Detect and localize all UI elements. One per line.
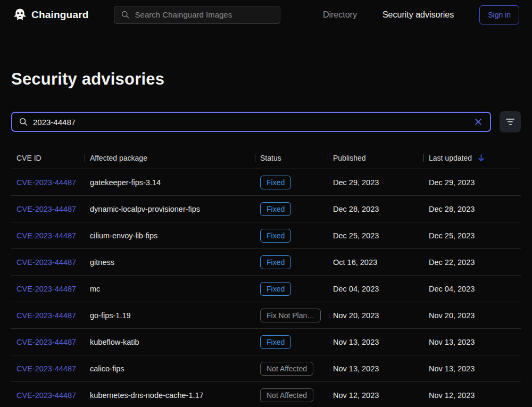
published-cell: Nov 13, 2023 (328, 338, 423, 346)
cve-id-cell: CVE-2023-44487 (11, 205, 85, 213)
last-updated-date: Dec 04, 2023 (429, 285, 475, 293)
navbar-search-box[interactable] (114, 6, 280, 24)
nav-link-security-advisories[interactable]: Security advisories (383, 10, 454, 20)
table-header-row: CVE ID Affected package Status Published… (11, 147, 521, 169)
last-updated-date: Dec 29, 2023 (429, 178, 475, 187)
published-date: Oct 16, 2023 (333, 258, 377, 267)
status-badge: Fixed (260, 282, 291, 296)
cve-id-cell: CVE-2023-44487 (11, 285, 85, 293)
table-row: CVE-2023-44487 go-fips-1.19 Fix Not Plan… (11, 302, 521, 329)
package-name: calico-fips (90, 364, 124, 373)
last-updated-date: Nov 13, 2023 (429, 364, 475, 373)
last-updated-date: Nov 13, 2023 (429, 338, 475, 346)
search-icon (121, 10, 130, 19)
affected-package-cell: gatekeeper-fips-3.14 (85, 178, 255, 187)
package-name: mc (90, 285, 100, 293)
table-row: CVE-2023-44487 calico-fips Not Affected … (11, 355, 521, 382)
published-date: Dec 28, 2023 (333, 205, 379, 213)
advisory-search-input[interactable] (33, 118, 468, 127)
published-cell: Dec 25, 2023 (328, 231, 423, 240)
affected-package-cell: calico-fips (85, 364, 255, 373)
status-badge: Not Affected (260, 362, 313, 376)
brand-name: Chainguard (31, 9, 89, 21)
affected-package-cell: mc (85, 285, 255, 293)
published-date: Nov 20, 2023 (333, 311, 379, 320)
sign-in-button[interactable]: Sign in (479, 5, 519, 24)
filter-icon (506, 119, 514, 125)
cve-link[interactable]: CVE-2023-44487 (16, 205, 76, 213)
cve-link[interactable]: CVE-2023-44487 (16, 231, 76, 240)
published-cell: Dec 28, 2023 (328, 205, 423, 213)
status-badge: Fixed (260, 255, 291, 269)
status-cell: Not Affected (255, 362, 328, 376)
status-badge: Fixed (260, 202, 291, 216)
status-badge: Fixed (260, 176, 291, 189)
column-header-last-updated[interactable]: Last updated (423, 154, 521, 162)
column-header-cve-id[interactable]: CVE ID (11, 154, 85, 162)
cve-link[interactable]: CVE-2023-44487 (16, 178, 76, 187)
cve-link[interactable]: CVE-2023-44487 (16, 311, 76, 320)
package-name: cilium-envoy-lib-fips (90, 231, 157, 240)
filter-button[interactable] (500, 111, 521, 132)
status-cell: Fixed (255, 255, 328, 269)
affected-package-cell: gitness (85, 258, 255, 267)
package-name: gitness (90, 258, 114, 267)
published-date: Dec 04, 2023 (333, 285, 379, 293)
status-cell: Fixed (255, 229, 328, 243)
clear-search-button[interactable] (473, 117, 484, 127)
package-name: gatekeeper-fips-3.14 (90, 178, 161, 187)
cve-id-cell: CVE-2023-44487 (11, 391, 85, 400)
published-cell: Dec 29, 2023 (328, 178, 423, 187)
cve-link[interactable]: CVE-2023-44487 (16, 364, 76, 373)
status-badge: Fixed (260, 229, 291, 243)
status-badge: Not Affected (260, 388, 313, 402)
last-updated-cell: Dec 04, 2023 (423, 285, 521, 293)
table-body: CVE-2023-44487 gatekeeper-fips-3.14 Fixe… (11, 169, 521, 407)
chainguard-logo[interactable]: Chainguard (13, 7, 89, 22)
last-updated-cell: Nov 20, 2023 (423, 311, 521, 320)
affected-package-cell: kubeflow-katib (85, 338, 255, 346)
affected-package-cell: kubernetes-dns-node-cache-1.17 (85, 391, 255, 400)
status-cell: Fixed (255, 282, 328, 296)
package-name: kubernetes-dns-node-cache-1.17 (90, 391, 204, 400)
advisories-table: CVE ID Affected package Status Published… (11, 147, 521, 407)
published-cell: Nov 20, 2023 (328, 311, 423, 320)
navbar-search-input[interactable] (135, 10, 273, 19)
cve-link[interactable]: CVE-2023-44487 (16, 391, 76, 400)
cve-id-cell: CVE-2023-44487 (11, 311, 85, 320)
page-title: Security advisories (11, 70, 521, 89)
published-cell: Nov 13, 2023 (328, 364, 423, 373)
table-row: CVE-2023-44487 mc Fixed Dec 04, 2023 Dec… (11, 276, 521, 302)
cve-link[interactable]: CVE-2023-44487 (16, 285, 76, 293)
package-name: dynamic-localpv-provisioner-fips (90, 205, 200, 213)
status-cell: Fixed (255, 202, 328, 216)
published-date: Nov 12, 2023 (333, 391, 379, 400)
published-date: Dec 25, 2023 (333, 231, 379, 240)
main-content: Security advisories (0, 70, 532, 407)
search-icon (19, 117, 28, 127)
status-badge: Fixed (260, 335, 291, 349)
published-date: Nov 13, 2023 (333, 364, 379, 373)
status-cell: Fixed (255, 335, 328, 349)
nav-link-directory[interactable]: Directory (323, 10, 357, 20)
nav-links: Directory Security advisories Sign in (323, 5, 519, 24)
sort-descending-icon[interactable] (477, 154, 485, 162)
last-updated-cell: Dec 28, 2023 (423, 205, 521, 213)
last-updated-date: Dec 25, 2023 (429, 231, 475, 240)
published-date: Nov 13, 2023 (333, 338, 379, 346)
filter-row (11, 111, 521, 132)
top-navbar: Chainguard Directory Security advisories… (0, 0, 532, 29)
last-updated-cell: Nov 13, 2023 (423, 364, 521, 373)
last-updated-cell: Nov 12, 2023 (423, 391, 521, 400)
column-header-affected-package[interactable]: Affected package (85, 154, 255, 162)
cve-link[interactable]: CVE-2023-44487 (16, 338, 76, 346)
cve-link[interactable]: CVE-2023-44487 (16, 258, 76, 267)
last-updated-cell: Dec 29, 2023 (423, 178, 521, 187)
cve-id-cell: CVE-2023-44487 (11, 178, 85, 187)
column-header-status[interactable]: Status (255, 154, 328, 162)
advisory-search-box[interactable] (11, 112, 491, 132)
published-cell: Oct 16, 2023 (328, 258, 423, 267)
column-header-published[interactable]: Published (328, 154, 423, 162)
cve-id-cell: CVE-2023-44487 (11, 338, 85, 346)
last-updated-cell: Nov 13, 2023 (423, 338, 521, 346)
